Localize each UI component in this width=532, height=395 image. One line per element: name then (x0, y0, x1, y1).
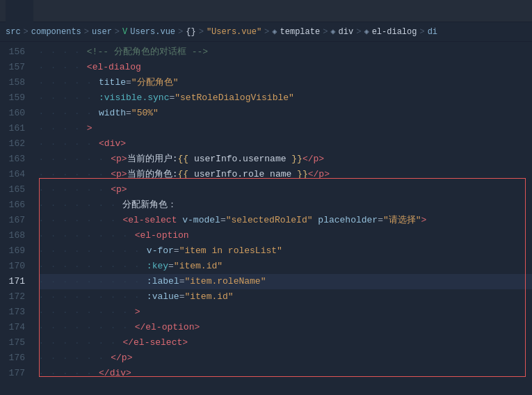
line-number: 169 (0, 243, 33, 259)
code-token: · · · · · (39, 136, 99, 152)
code-token: el-select (128, 213, 177, 228)
code-token: <!-- (87, 45, 114, 60)
line-number: 171 (0, 274, 33, 289)
code-token: = (378, 213, 383, 228)
table-row: · · · · · · · · </el-option> (39, 320, 532, 335)
code-token: · · · · (39, 121, 87, 136)
code-token: }} (297, 167, 308, 182)
code-token: = (179, 289, 185, 305)
code-token: </ (99, 366, 110, 381)
code-token: = (179, 274, 185, 289)
breadcrumb-div: div (339, 27, 354, 37)
code-content: · · · · <!-- 分配角色的对话框 -->· · · · <el-dia… (33, 42, 532, 395)
code-token: = (126, 75, 131, 90)
line-number: 168 (0, 228, 33, 243)
breadcrumb-diamond1: ◈ (272, 26, 277, 37)
code-token: < (87, 60, 92, 75)
code-token: "请选择" (383, 213, 421, 228)
code-token: "分配角色" (131, 75, 179, 90)
code-token: = (174, 243, 179, 259)
code-token: · · · · · · (39, 182, 111, 198)
line-number: 177 (0, 366, 33, 381)
table-row: · · · · · · · · · :label="item.roleName" (39, 274, 532, 289)
code-token: = (168, 259, 174, 274)
code-token: = (220, 213, 226, 228)
code-token: el-option (145, 320, 194, 335)
code-token: </ (308, 167, 319, 182)
code-token (177, 213, 182, 228)
table-row: · · · · <el-dialog (39, 60, 532, 75)
editor[interactable]: 1561571581591601611621631641651661671681… (0, 42, 532, 395)
code-token: p (116, 167, 122, 182)
table-row: · · · · · · · · · :value="item.id" (39, 289, 532, 305)
table-row: · · · · · · · · · :key="item.id" (39, 259, 532, 274)
code-token: · · · · · · (39, 350, 111, 366)
code-token: userInfo.username (188, 152, 291, 167)
code-token: placeholder (318, 213, 378, 228)
code-token: > (87, 121, 92, 136)
table-row: · · · · · · · · > (39, 305, 532, 320)
code-token: · · · · · · · (39, 213, 122, 228)
code-token: > (135, 305, 140, 320)
code-token: p (319, 167, 324, 182)
code-container: 1561571581591601611621631641651661671681… (0, 42, 532, 395)
code-token: · · · · · · · (39, 335, 122, 350)
breadcrumb-components: components (31, 27, 81, 37)
code-token: · · · · (39, 45, 87, 60)
code-token: }} (291, 152, 303, 167)
code-token: · · · · · · · · · (39, 243, 147, 259)
code-token: el-select (134, 335, 182, 350)
code-token: = (169, 90, 175, 106)
table-row: · · · · · </div> (39, 366, 532, 381)
code-token: > (182, 335, 188, 350)
code-token: > (324, 167, 330, 182)
code-token: < (111, 167, 116, 182)
table-row: · · · · · · <p> (39, 182, 532, 198)
code-token: p (116, 182, 122, 198)
code-token: v-for (147, 243, 174, 259)
code-token: "selectedRoleId" (226, 213, 313, 228)
code-token: > (194, 320, 200, 335)
code-token: "50%" (131, 106, 159, 121)
line-number: 170 (0, 259, 33, 274)
code-token: :key (147, 259, 168, 274)
breadcrumb-diamond3: ◈ (364, 26, 369, 37)
code-token: > (120, 136, 126, 152)
code-token: "item.id" (184, 289, 233, 305)
code-token: · · · · · · (39, 152, 111, 167)
code-token: {{ (177, 167, 188, 182)
code-token: 分配角色的对话框 (114, 45, 186, 60)
code-token: width (99, 106, 126, 121)
line-number: 162 (0, 136, 33, 152)
line-number: 176 (0, 350, 33, 366)
code-token: v-model (182, 213, 220, 228)
tab[interactable] (6, 0, 33, 22)
code-token: · · · · · · · · (39, 320, 135, 335)
code-token: < (111, 152, 116, 167)
table-row: · · · · · :visible.sync="setRoleDialogVi… (39, 90, 532, 106)
code-token: · · · · · · · · · (39, 274, 147, 289)
code-token: < (135, 228, 140, 243)
code-token: 当前的角色: (127, 167, 178, 182)
table-row: · · · · · · · <el-select v-model="select… (39, 213, 532, 228)
breadcrumb-di: di (428, 27, 437, 37)
code-token: · · · · · · · · · (39, 289, 147, 305)
table-row: · · · · · · · · <el-option (39, 228, 532, 243)
line-number: 174 (0, 320, 33, 335)
table-row: · · · · · · · </el-select> (39, 335, 532, 350)
code-token: el-option (140, 228, 188, 243)
table-row: · · · · · width="50%" (39, 106, 532, 121)
code-token: p (314, 152, 319, 167)
code-token: > (122, 152, 127, 167)
breadcrumb-braces: {} (186, 27, 195, 37)
code-token: title (99, 75, 126, 90)
line-number: 156 (0, 45, 33, 60)
code-token: :visible.sync (99, 90, 169, 106)
code-token: :value (147, 289, 179, 305)
breadcrumb-quoted: "Users.vue" (207, 27, 261, 37)
code-token: div (110, 366, 126, 381)
code-token: > (421, 213, 427, 228)
code-token: · · · · · (39, 366, 99, 381)
code-token: "item in rolesList" (179, 243, 282, 259)
breadcrumb-src: src (6, 27, 21, 37)
